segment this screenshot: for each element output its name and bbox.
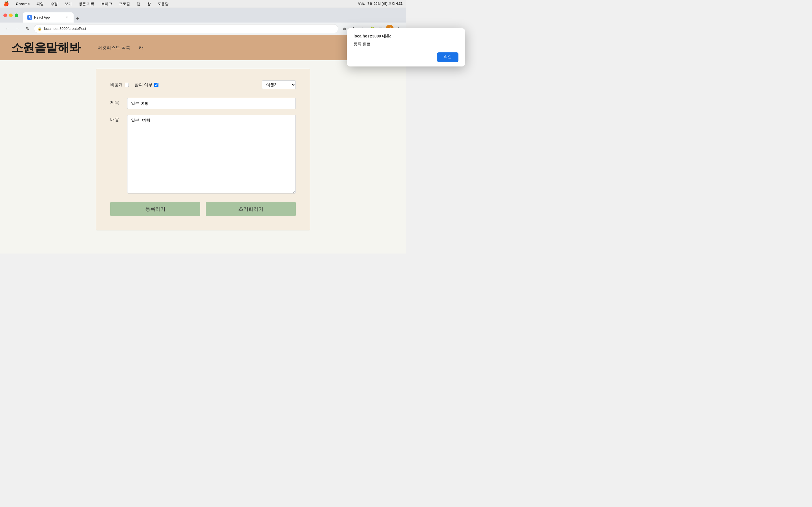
alert-title: localhost:3000 내용: [354, 34, 406, 39]
alert-buttons: 확인 [354, 52, 406, 62]
alert-overlay: localhost:3000 내용: 등록 완료 확인 [0, 0, 406, 253]
alert-dialog: localhost:3000 내용: 등록 완료 확인 [347, 28, 406, 66]
alert-message: 등록 완료 [354, 42, 406, 47]
